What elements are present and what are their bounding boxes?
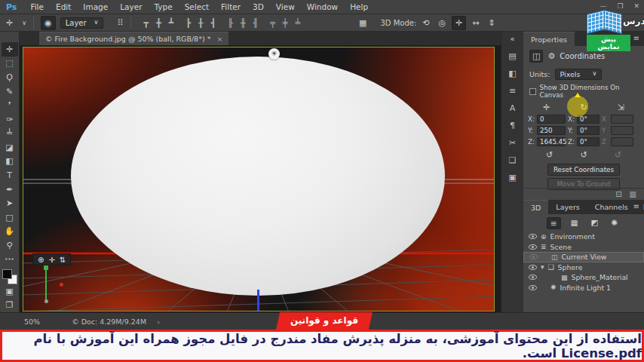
styles-panel-icon[interactable]: ✂ — [509, 134, 516, 152]
visibility-eye-icon[interactable] — [529, 275, 537, 280]
3d-row-environment[interactable]: ⊕ Environment — [523, 232, 644, 242]
reset-rotation-icon[interactable]: ↺ — [580, 150, 587, 160]
menu-3d[interactable]: 3D — [247, 0, 270, 14]
libraries-panel-icon[interactable]: ❏ — [509, 152, 517, 169]
info-panel-icon[interactable]: ≡ — [509, 82, 516, 100]
menu-window[interactable]: Window — [301, 0, 344, 14]
type-tool[interactable]: T — [2, 168, 18, 183]
menu-help[interactable]: Help — [344, 0, 374, 14]
visibility-eye-icon[interactable] — [529, 234, 537, 239]
reset-coordinates-button[interactable]: Reset Coordinates — [547, 164, 620, 176]
color-swatches[interactable] — [2, 269, 17, 284]
tab-channels[interactable]: Channels — [587, 200, 636, 214]
hand-tool[interactable]: ✋ — [2, 225, 18, 239]
brush-tool[interactable]: ✑ — [2, 112, 18, 127]
distribute-top-icon[interactable]: ╟ — [225, 17, 236, 29]
3d-axis-widget[interactable] — [40, 265, 70, 303]
3d-row-sphere[interactable]: ▾ ❑ Sphere — [523, 262, 644, 273]
visibility-eye-icon[interactable] — [529, 265, 537, 270]
tab-close-icon[interactable]: × — [216, 32, 222, 45]
filter-meshes-icon[interactable]: ▦ — [568, 217, 581, 229]
expand-panels-icon[interactable]: « — [510, 35, 514, 43]
chevron-down-icon[interactable]: ▾ — [541, 263, 544, 271]
3d-row-sphere-material[interactable]: ▩ Sphere_Material — [523, 272, 644, 283]
pos-z-field[interactable]: 1645.45 — [537, 137, 566, 146]
document-tab[interactable]: © Fire Background.jpg @ 50% (ball, RGB/8… — [39, 32, 228, 45]
distribute-left-icon[interactable]: ╤ — [267, 17, 278, 29]
menu-file[interactable]: File — [24, 0, 50, 14]
timeline-panel-icon[interactable]: ▣ — [508, 169, 516, 186]
tab-3d[interactable]: 3D — [523, 200, 548, 214]
chevron-down-icon[interactable]: ∨ — [19, 18, 29, 28]
coordinates-gear-icon[interactable]: ⚙ — [547, 51, 555, 61]
path-selection-tool[interactable]: ➤ — [2, 196, 18, 210]
character-panel-icon[interactable]: A — [510, 100, 516, 117]
foreground-color[interactable] — [2, 269, 12, 279]
scale-mode-icon[interactable]: ⇲ — [618, 103, 624, 112]
filter-scene-icon[interactable]: ≡ — [547, 217, 561, 229]
pos-y-field[interactable]: 250 — [537, 126, 566, 135]
move-tool-icon[interactable]: ✛ — [3, 17, 16, 29]
pan-icon[interactable]: ✛ — [48, 256, 54, 264]
align-bottom-icon[interactable]: ┻ — [166, 17, 177, 29]
distribute-bottom-icon[interactable]: ╢ — [250, 17, 262, 29]
3d-sphere-mesh[interactable] — [71, 57, 445, 296]
3d-row-scene[interactable]: ≣ Scene — [523, 242, 644, 253]
orbit-camera-icon[interactable]: ⟲ — [419, 17, 432, 29]
roll-camera-icon[interactable]: ◎ — [435, 17, 449, 29]
live-preview-icon[interactable]: ⊡ — [615, 190, 621, 200]
zoom-level-field[interactable]: 50% — [24, 318, 40, 326]
visibility-eye-icon[interactable] — [529, 285, 537, 290]
pen-tool[interactable]: ✒ — [2, 183, 18, 197]
paragraph-panel-icon[interactable]: ¶ — [510, 117, 515, 134]
clone-stamp-tool[interactable]: ╧ — [2, 126, 18, 140]
eraser-tool[interactable]: ◪ — [2, 140, 18, 155]
rot-y-field[interactable]: 0° — [577, 126, 600, 135]
x-axis-handle[interactable] — [60, 283, 63, 287]
filter-lights-icon[interactable]: ✺ — [608, 217, 621, 229]
align-middle-icon[interactable]: ╋ — [153, 17, 164, 29]
align-right-icon[interactable]: ┫ — [208, 17, 219, 29]
lasso-tool[interactable]: Ϙ — [2, 70, 18, 84]
pan-camera-icon[interactable]: ✛ — [452, 16, 466, 30]
status-options-chevron[interactable]: › — [157, 318, 160, 326]
menu-image[interactable]: Image — [77, 0, 114, 14]
menu-type[interactable]: Type — [149, 0, 179, 14]
reset-position-icon[interactable]: ↺ — [546, 150, 553, 160]
move-tool[interactable]: ✛ — [2, 42, 18, 57]
histogram-panel-icon[interactable]: ▤ — [508, 48, 516, 65]
transform-controls-icon[interactable]: ⠿ — [114, 17, 126, 29]
panel-menu-icon[interactable]: ≡ — [633, 202, 639, 210]
menu-edit[interactable]: Edit — [50, 0, 77, 14]
3d-row-current-view[interactable]: ◫ Current View — [523, 252, 644, 262]
tab-properties[interactable]: Properties — [523, 32, 575, 46]
units-dropdown[interactable]: Pixels ∨ — [555, 69, 603, 80]
distribute-right-icon[interactable]: ╧ — [292, 17, 303, 29]
distribute-center-icon[interactable]: ╪ — [280, 17, 291, 29]
align-top-icon[interactable]: ┳ — [141, 17, 152, 29]
rectangle-tool[interactable]: □ — [2, 210, 18, 225]
delete-icon[interactable]: ▥ — [630, 190, 636, 200]
rot-z-field[interactable]: 0° — [577, 137, 600, 146]
orbit-icon[interactable]: ⊕ — [38, 256, 44, 264]
menu-filter[interactable]: Filter — [215, 0, 247, 14]
menu-layer[interactable]: Layer — [114, 0, 148, 14]
zoom-tool[interactable]: ⚲ — [2, 238, 18, 253]
marquee-tool[interactable]: ⬚ — [2, 57, 18, 71]
show-dimensions-checkbox[interactable] — [529, 88, 536, 95]
camera-properties-icon[interactable]: ◫ — [529, 50, 543, 63]
quick-mask-button[interactable]: ▣ — [2, 284, 18, 299]
gradient-tool[interactable]: ◧ — [2, 155, 18, 169]
visibility-eye-icon[interactable] — [529, 254, 538, 259]
tab-layers[interactable]: Layers — [548, 200, 587, 214]
dolly-camera-icon[interactable]: ⇕ — [486, 17, 498, 29]
quick-selection-tool[interactable]: ✎ — [2, 84, 18, 99]
slide-camera-icon[interactable]: ↔ — [469, 17, 482, 29]
3d-select-icon[interactable]: ◉ — [41, 16, 56, 30]
screen-mode-button[interactable]: ❐ — [2, 298, 18, 312]
align-center-icon[interactable]: ╂ — [195, 17, 207, 29]
position-mode-icon[interactable]: ✛ — [543, 103, 550, 112]
eyedropper-tool[interactable]: ❜ — [2, 98, 18, 112]
menu-select[interactable]: Select — [179, 0, 215, 14]
edit-toolbar-button[interactable]: ••• — [2, 253, 18, 267]
